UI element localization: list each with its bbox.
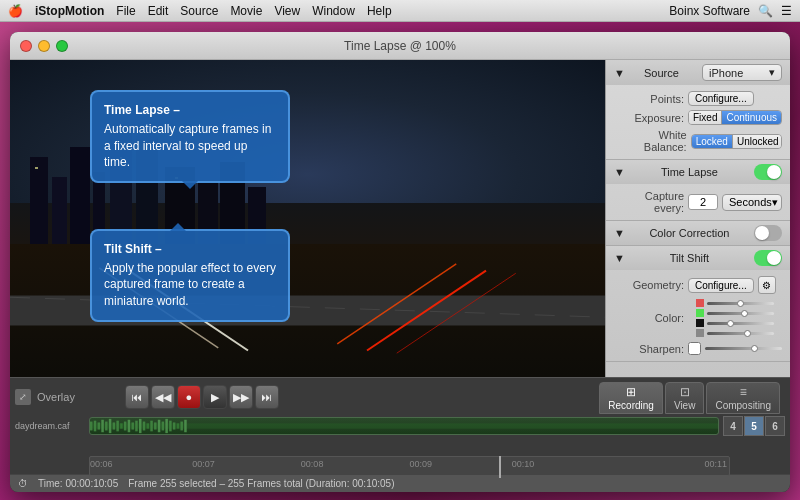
- app-name[interactable]: iStopMotion: [35, 4, 104, 18]
- tooltip-timelapse: Time Lapse – Automatically capture frame…: [90, 90, 290, 183]
- view-label: View: [674, 400, 696, 411]
- recording-label: Recording: [608, 400, 654, 411]
- boinx-label: Boinx Software: [669, 4, 750, 18]
- step-back-button[interactable]: ◀◀: [151, 385, 175, 409]
- frame-5[interactable]: 5: [744, 416, 764, 436]
- menu-movie[interactable]: Movie: [230, 4, 262, 18]
- points-label: Points:: [614, 93, 684, 105]
- wb-unlocked-btn[interactable]: Unlocked: [733, 135, 782, 148]
- wb-label: White Balance:: [614, 129, 687, 153]
- playhead[interactable]: [499, 456, 501, 478]
- svg-rect-12: [35, 167, 38, 169]
- grey-swatch: [696, 329, 704, 337]
- green-slider[interactable]: [707, 312, 774, 315]
- capture-value-input[interactable]: [688, 194, 718, 210]
- recording-tab[interactable]: ⊞ Recording: [599, 382, 663, 414]
- timelapse-toggle-knob: [767, 165, 781, 179]
- menu-source[interactable]: Source: [180, 4, 218, 18]
- svg-rect-47: [177, 423, 180, 428]
- svg-rect-45: [169, 421, 172, 432]
- geometry-configure-button[interactable]: Configure...: [688, 278, 754, 293]
- menu-file[interactable]: File: [116, 4, 135, 18]
- svg-rect-25: [94, 421, 97, 432]
- timelapse-arrow: ▼: [614, 166, 625, 178]
- menu-view[interactable]: View: [274, 4, 300, 18]
- compositing-tab[interactable]: ≡ Compositing: [706, 382, 780, 414]
- search-icon[interactable]: 🔍: [758, 4, 773, 18]
- window-title: Time Lapse @ 100%: [344, 39, 456, 53]
- red-slider[interactable]: [707, 302, 774, 305]
- sharpen-checkbox[interactable]: [688, 342, 701, 355]
- wb-segcontrol: Locked Unlocked: [691, 134, 782, 149]
- close-button[interactable]: [20, 40, 32, 52]
- svg-rect-43: [162, 422, 165, 431]
- source-device-dropdown[interactable]: iPhone ▾: [702, 64, 782, 81]
- audio-waveform[interactable]: [89, 417, 719, 435]
- grey-slider[interactable]: [707, 332, 774, 335]
- timelapse-toggle[interactable]: [754, 164, 782, 180]
- view-tab[interactable]: ⊡ View: [665, 382, 705, 414]
- timelapse-header[interactable]: ▼ Time Lapse: [606, 160, 790, 184]
- svg-rect-46: [173, 422, 176, 429]
- tooltip-timelapse-title: Time Lapse –: [104, 102, 276, 119]
- colorcorrection-header[interactable]: ▼ Color Correction: [606, 221, 790, 245]
- dark-swatch: [696, 319, 704, 327]
- svg-rect-26: [98, 422, 101, 429]
- ruler-bar[interactable]: 00:06 00:07 00:08 00:09 00:10 00:11: [89, 456, 730, 476]
- capture-unit-dropdown[interactable]: Seconds ▾: [722, 194, 782, 211]
- record-button[interactable]: ●: [177, 385, 201, 409]
- timeline-track-row: daydream.caf: [15, 416, 785, 436]
- colorcorrection-label: Color Correction: [649, 227, 729, 239]
- red-swatch: [696, 299, 704, 307]
- tiltshift-toggle[interactable]: [754, 250, 782, 266]
- gear-icon[interactable]: ⚙: [758, 276, 776, 294]
- skip-back-button[interactable]: ⏮: [125, 385, 149, 409]
- expand-button[interactable]: ⤢: [15, 389, 31, 405]
- time-marker-1: 00:06: [90, 459, 113, 469]
- compositing-icon: ≡: [740, 385, 747, 399]
- step-forward-button[interactable]: ▶▶: [229, 385, 253, 409]
- waveform-svg: [90, 418, 718, 434]
- recording-icon: ⊞: [626, 385, 636, 399]
- source-header[interactable]: ▼ Source iPhone ▾: [606, 60, 790, 85]
- geometry-row: Geometry: Configure... ⚙: [606, 274, 790, 296]
- exposure-fixed-btn[interactable]: Fixed: [689, 111, 722, 124]
- exposure-label: Exposure:: [614, 112, 684, 124]
- svg-rect-31: [116, 421, 119, 432]
- exposure-continuous-btn[interactable]: Continuous: [722, 111, 781, 124]
- frame-6[interactable]: 6: [765, 416, 785, 436]
- menu-edit[interactable]: Edit: [148, 4, 169, 18]
- svg-rect-37: [139, 419, 142, 433]
- tiltshift-arrow: ▼: [614, 252, 625, 264]
- skip-forward-button[interactable]: ⏭: [255, 385, 279, 409]
- dark-slider[interactable]: [707, 322, 774, 325]
- tooltip-tiltshift-title: Tilt Shift –: [104, 241, 276, 258]
- source-arrow: ▼: [614, 67, 625, 79]
- frame-4[interactable]: 4: [723, 416, 743, 436]
- source-section: ▼ Source iPhone ▾ Points: Configure... E…: [606, 60, 790, 160]
- right-panel: ▼ Source iPhone ▾ Points: Configure... E…: [605, 60, 790, 377]
- tiltshift-header[interactable]: ▼ Tilt Shift: [606, 246, 790, 270]
- list-icon[interactable]: ☰: [781, 4, 792, 18]
- configure-button[interactable]: Configure...: [688, 91, 754, 106]
- maximize-button[interactable]: [56, 40, 68, 52]
- chevron-down-icon: ▾: [769, 66, 775, 79]
- color-slider-1: [688, 298, 782, 308]
- minimize-button[interactable]: [38, 40, 50, 52]
- wb-locked-btn[interactable]: Locked: [692, 135, 733, 148]
- apple-menu[interactable]: 🍎: [8, 4, 23, 18]
- sharpen-slider[interactable]: [705, 347, 782, 350]
- content-area: Time Lapse – Automatically capture frame…: [10, 60, 790, 377]
- tiltshift-body: Geometry: Configure... ⚙ Color:: [606, 270, 790, 361]
- menubar-right: Boinx Software 🔍 ☰: [669, 4, 792, 18]
- colorcorrection-toggle[interactable]: [754, 225, 782, 241]
- sharpen-row: Sharpen:: [606, 340, 790, 357]
- svg-rect-30: [113, 422, 116, 429]
- play-button[interactable]: ▶: [203, 385, 227, 409]
- svg-rect-0: [30, 157, 48, 257]
- menu-help[interactable]: Help: [367, 4, 392, 18]
- menu-window[interactable]: Window: [312, 4, 355, 18]
- tiltshift-label: Tilt Shift: [670, 252, 709, 264]
- tiltshift-toggle-knob: [767, 251, 781, 265]
- exposure-row: Exposure: Fixed Continuous: [606, 108, 790, 127]
